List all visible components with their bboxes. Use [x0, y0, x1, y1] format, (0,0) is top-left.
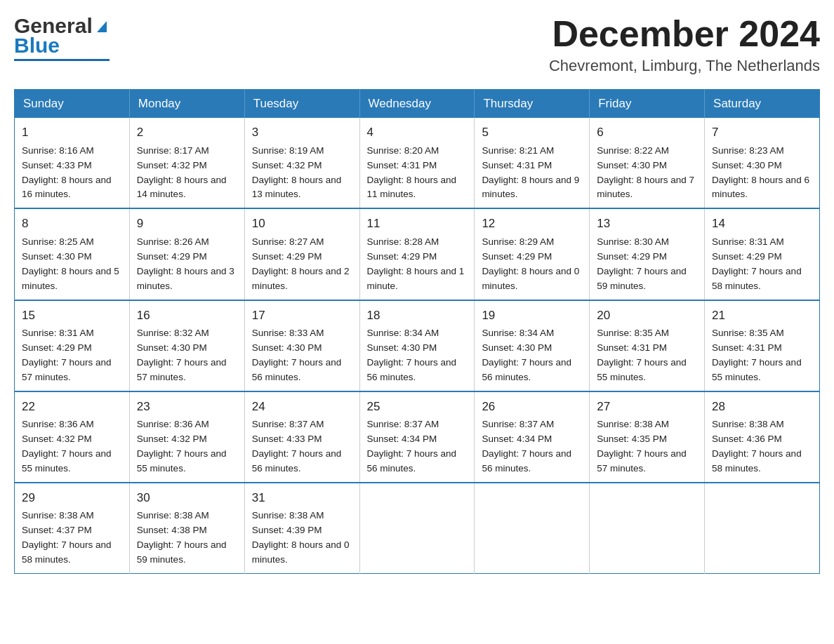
svg-marker-0	[97, 21, 107, 32]
col-header-saturday: Saturday	[705, 90, 820, 119]
day-number: 17	[252, 307, 352, 325]
calendar-day-cell: 29 Sunrise: 8:38 AM Sunset: 4:37 PM Dayl…	[15, 483, 130, 574]
logo-underline	[14, 59, 110, 61]
calendar-week-row: 22 Sunrise: 8:36 AM Sunset: 4:32 PM Dayl…	[15, 391, 820, 483]
calendar-week-row: 29 Sunrise: 8:38 AM Sunset: 4:37 PM Dayl…	[15, 483, 820, 574]
day-info: Sunrise: 8:19 AM Sunset: 4:32 PM Dayligh…	[252, 145, 342, 200]
day-number: 16	[137, 307, 237, 325]
day-number: 8	[22, 215, 122, 233]
day-info: Sunrise: 8:26 AM Sunset: 4:29 PM Dayligh…	[137, 236, 234, 291]
calendar-day-cell	[590, 483, 705, 574]
calendar-day-cell: 22 Sunrise: 8:36 AM Sunset: 4:32 PM Dayl…	[15, 391, 130, 483]
calendar-table: SundayMondayTuesdayWednesdayThursdayFrid…	[14, 89, 820, 574]
calendar-day-cell: 31 Sunrise: 8:38 AM Sunset: 4:39 PM Dayl…	[244, 483, 359, 574]
calendar-day-cell: 23 Sunrise: 8:36 AM Sunset: 4:32 PM Dayl…	[129, 391, 244, 483]
day-number: 5	[482, 123, 582, 142]
month-title: December 2024	[549, 14, 820, 54]
location-subtitle: Chevremont, Limburg, The Netherlands	[549, 57, 820, 75]
calendar-day-cell: 5 Sunrise: 8:21 AM Sunset: 4:31 PM Dayli…	[475, 118, 590, 208]
calendar-day-cell: 30 Sunrise: 8:38 AM Sunset: 4:38 PM Dayl…	[129, 483, 244, 574]
day-info: Sunrise: 8:33 AM Sunset: 4:30 PM Dayligh…	[252, 328, 342, 382]
day-info: Sunrise: 8:38 AM Sunset: 4:36 PM Dayligh…	[712, 419, 802, 474]
day-number: 9	[137, 215, 237, 233]
day-number: 21	[712, 307, 812, 325]
calendar-day-cell: 4 Sunrise: 8:20 AM Sunset: 4:31 PM Dayli…	[359, 118, 475, 208]
day-number: 29	[22, 489, 122, 507]
logo-triangle-icon	[94, 18, 110, 34]
col-header-thursday: Thursday	[475, 90, 590, 119]
day-info: Sunrise: 8:38 AM Sunset: 4:38 PM Dayligh…	[137, 510, 227, 565]
calendar-week-row: 8 Sunrise: 8:25 AM Sunset: 4:30 PM Dayli…	[15, 208, 820, 300]
day-number: 22	[22, 398, 122, 416]
day-info: Sunrise: 8:34 AM Sunset: 4:30 PM Dayligh…	[367, 328, 457, 382]
day-info: Sunrise: 8:16 AM Sunset: 4:33 PM Dayligh…	[22, 145, 112, 200]
day-number: 26	[482, 398, 582, 416]
calendar-week-row: 1 Sunrise: 8:16 AM Sunset: 4:33 PM Dayli…	[15, 118, 820, 208]
day-info: Sunrise: 8:37 AM Sunset: 4:34 PM Dayligh…	[367, 419, 457, 474]
calendar-day-cell: 24 Sunrise: 8:37 AM Sunset: 4:33 PM Dayl…	[244, 391, 359, 483]
day-number: 14	[712, 215, 812, 233]
day-info: Sunrise: 8:25 AM Sunset: 4:30 PM Dayligh…	[22, 236, 119, 291]
day-info: Sunrise: 8:27 AM Sunset: 4:29 PM Dayligh…	[252, 236, 350, 291]
col-header-sunday: Sunday	[15, 90, 130, 119]
day-number: 23	[137, 398, 237, 416]
calendar-day-cell	[359, 483, 475, 574]
calendar-day-cell: 7 Sunrise: 8:23 AM Sunset: 4:30 PM Dayli…	[705, 118, 820, 208]
calendar-day-cell: 15 Sunrise: 8:31 AM Sunset: 4:29 PM Dayl…	[15, 300, 130, 391]
calendar-day-cell: 11 Sunrise: 8:28 AM Sunset: 4:29 PM Dayl…	[359, 208, 475, 300]
day-number: 25	[367, 398, 468, 416]
day-info: Sunrise: 8:37 AM Sunset: 4:34 PM Dayligh…	[482, 419, 571, 474]
day-number: 20	[597, 307, 697, 325]
title-section: December 2024 Chevremont, Limburg, The N…	[549, 14, 820, 75]
day-number: 3	[252, 123, 352, 142]
day-number: 13	[597, 215, 697, 233]
calendar-day-cell: 17 Sunrise: 8:33 AM Sunset: 4:30 PM Dayl…	[244, 300, 359, 391]
day-info: Sunrise: 8:17 AM Sunset: 4:32 PM Dayligh…	[137, 145, 227, 200]
day-info: Sunrise: 8:37 AM Sunset: 4:33 PM Dayligh…	[252, 419, 342, 474]
calendar-day-cell: 8 Sunrise: 8:25 AM Sunset: 4:30 PM Dayli…	[15, 208, 130, 300]
calendar-day-cell: 9 Sunrise: 8:26 AM Sunset: 4:29 PM Dayli…	[129, 208, 244, 300]
calendar-day-cell	[705, 483, 820, 574]
calendar-header-row: SundayMondayTuesdayWednesdayThursdayFrid…	[15, 90, 820, 119]
col-header-wednesday: Wednesday	[359, 90, 475, 119]
calendar-day-cell: 20 Sunrise: 8:35 AM Sunset: 4:31 PM Dayl…	[590, 300, 705, 391]
day-info: Sunrise: 8:31 AM Sunset: 4:29 PM Dayligh…	[22, 328, 112, 382]
calendar-day-cell: 21 Sunrise: 8:35 AM Sunset: 4:31 PM Dayl…	[705, 300, 820, 391]
day-info: Sunrise: 8:34 AM Sunset: 4:30 PM Dayligh…	[482, 328, 571, 382]
day-info: Sunrise: 8:28 AM Sunset: 4:29 PM Dayligh…	[367, 236, 465, 291]
logo: General Blue	[14, 14, 110, 61]
day-number: 28	[712, 398, 812, 416]
day-number: 7	[712, 123, 812, 142]
calendar-day-cell: 10 Sunrise: 8:27 AM Sunset: 4:29 PM Dayl…	[244, 208, 359, 300]
day-info: Sunrise: 8:36 AM Sunset: 4:32 PM Dayligh…	[137, 419, 227, 474]
day-number: 27	[597, 398, 697, 416]
day-info: Sunrise: 8:23 AM Sunset: 4:30 PM Dayligh…	[712, 145, 809, 200]
page-header: General Blue December 2024 Chevremont, L…	[14, 14, 820, 75]
calendar-day-cell: 19 Sunrise: 8:34 AM Sunset: 4:30 PM Dayl…	[475, 300, 590, 391]
day-number: 19	[482, 307, 582, 325]
day-info: Sunrise: 8:31 AM Sunset: 4:29 PM Dayligh…	[712, 236, 802, 291]
day-number: 18	[367, 307, 468, 325]
calendar-day-cell: 2 Sunrise: 8:17 AM Sunset: 4:32 PM Dayli…	[129, 118, 244, 208]
day-number: 15	[22, 307, 122, 325]
day-info: Sunrise: 8:35 AM Sunset: 4:31 PM Dayligh…	[712, 328, 802, 382]
calendar-day-cell: 1 Sunrise: 8:16 AM Sunset: 4:33 PM Dayli…	[15, 118, 130, 208]
calendar-day-cell: 13 Sunrise: 8:30 AM Sunset: 4:29 PM Dayl…	[590, 208, 705, 300]
calendar-day-cell: 25 Sunrise: 8:37 AM Sunset: 4:34 PM Dayl…	[359, 391, 475, 483]
day-info: Sunrise: 8:20 AM Sunset: 4:31 PM Dayligh…	[367, 145, 457, 200]
day-number: 24	[252, 398, 352, 416]
calendar-day-cell: 27 Sunrise: 8:38 AM Sunset: 4:35 PM Dayl…	[590, 391, 705, 483]
day-info: Sunrise: 8:32 AM Sunset: 4:30 PM Dayligh…	[137, 328, 227, 382]
day-number: 12	[482, 215, 582, 233]
calendar-day-cell: 12 Sunrise: 8:29 AM Sunset: 4:29 PM Dayl…	[475, 208, 590, 300]
calendar-day-cell: 3 Sunrise: 8:19 AM Sunset: 4:32 PM Dayli…	[244, 118, 359, 208]
day-number: 31	[252, 489, 352, 507]
day-info: Sunrise: 8:35 AM Sunset: 4:31 PM Dayligh…	[597, 328, 687, 382]
day-info: Sunrise: 8:36 AM Sunset: 4:32 PM Dayligh…	[22, 419, 112, 474]
day-info: Sunrise: 8:38 AM Sunset: 4:37 PM Dayligh…	[22, 510, 112, 565]
calendar-day-cell: 28 Sunrise: 8:38 AM Sunset: 4:36 PM Dayl…	[705, 391, 820, 483]
calendar-day-cell: 6 Sunrise: 8:22 AM Sunset: 4:30 PM Dayli…	[590, 118, 705, 208]
calendar-day-cell: 14 Sunrise: 8:31 AM Sunset: 4:29 PM Dayl…	[705, 208, 820, 300]
day-number: 2	[137, 123, 237, 142]
day-number: 30	[137, 489, 237, 507]
